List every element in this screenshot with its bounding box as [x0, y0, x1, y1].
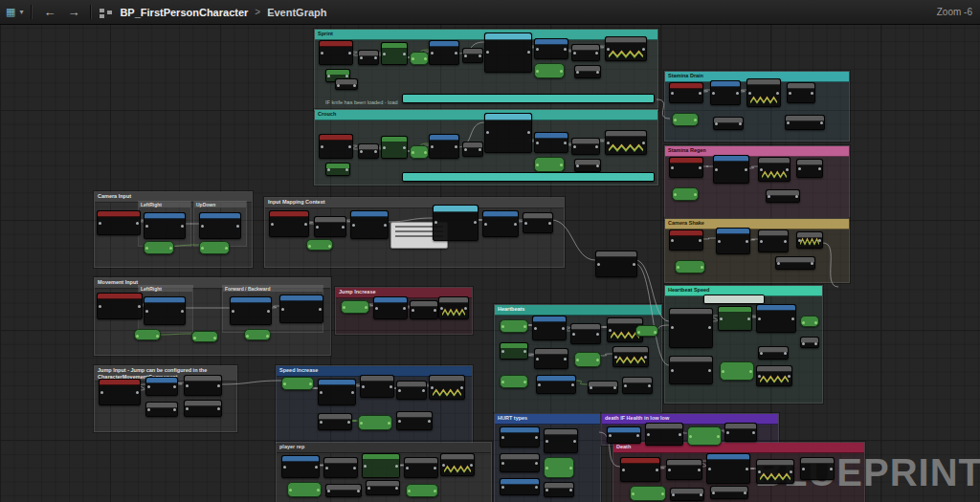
- graph-node-evt[interactable]: [620, 457, 660, 482]
- graph-node-setv[interactable]: [404, 457, 438, 478]
- graph-node-fnb[interactable]: [373, 296, 408, 319]
- graph-node-getv[interactable]: [800, 316, 819, 327]
- graph-node-setv[interactable]: [571, 44, 600, 61]
- graph-node-setv[interactable]: [800, 337, 819, 348]
- graph-node-setv[interactable]: [785, 115, 825, 130]
- graph-node-setv[interactable]: [595, 251, 637, 277]
- graph-node-setv[interactable]: [360, 375, 394, 398]
- graph-node-setv[interactable]: [666, 459, 702, 480]
- graph-node-setv[interactable]: [571, 138, 600, 155]
- graph-node-getv[interactable]: [410, 145, 429, 159]
- forward-button[interactable]: →: [62, 6, 84, 18]
- graph-node-fnb[interactable]: [607, 426, 641, 444]
- graph-node-getv[interactable]: [306, 239, 333, 251]
- graph-node-strip[interactable]: [402, 94, 655, 103]
- graph-node-setv[interactable]: [669, 356, 713, 384]
- graph-node-fnb[interactable]: [710, 80, 741, 105]
- graph-node-setv[interactable]: [184, 400, 222, 417]
- graph-node-fnb[interactable]: [534, 38, 568, 59]
- graph-node-setv[interactable]: [184, 375, 222, 396]
- graph-node-time[interactable]: [484, 33, 532, 73]
- graph-node-getv[interactable]: [287, 482, 322, 497]
- graph-node-getv[interactable]: [534, 157, 565, 172]
- graph-node-getv[interactable]: [191, 331, 218, 342]
- graph-node-getv[interactable]: [544, 457, 574, 478]
- graph-node-pure[interactable]: [500, 342, 528, 360]
- graph-node-getv[interactable]: [406, 484, 438, 497]
- graph-node-setv[interactable]: [758, 346, 789, 360]
- graph-node-setv[interactable]: [622, 377, 653, 394]
- graph-node-setv[interactable]: [713, 117, 744, 130]
- graph-node-time[interactable]: [433, 205, 479, 241]
- graph-node-evt[interactable]: [97, 293, 143, 319]
- graph-node-time[interactable]: [484, 113, 532, 153]
- breadcrumb-parent[interactable]: BP_FirstPersonCharacter: [120, 7, 248, 18]
- graph-node-fnb[interactable]: [429, 40, 459, 65]
- graph-node-fnb[interactable]: [318, 379, 356, 405]
- graph-node-setv[interactable]: [335, 78, 358, 90]
- graph-node-getv[interactable]: [635, 325, 658, 337]
- graph-node-evt[interactable]: [99, 379, 141, 405]
- graph-node-getv[interactable]: [574, 352, 601, 367]
- graph-node-setv[interactable]: [358, 50, 379, 65]
- graph-node-setv[interactable]: [710, 486, 748, 499]
- graph-node-setv[interactable]: [612, 346, 649, 367]
- graph-node-setv[interactable]: [605, 36, 647, 61]
- graph-node-setv[interactable]: [318, 413, 352, 430]
- graph-node-getv[interactable]: [281, 377, 314, 390]
- graph-node-setv[interactable]: [758, 157, 791, 182]
- graph-node-fnb[interactable]: [482, 210, 519, 237]
- graph-node-getv[interactable]: [672, 187, 699, 201]
- graph-node-getv[interactable]: [134, 329, 161, 340]
- graph-node-fnb[interactable]: [350, 210, 389, 239]
- graph-node-setv[interactable]: [396, 381, 427, 400]
- graph-node-setv[interactable]: [758, 229, 789, 252]
- graph-node-getv[interactable]: [358, 415, 392, 430]
- graph-node-fnb[interactable]: [500, 478, 540, 495]
- graph-node-setv[interactable]: [588, 381, 618, 394]
- graph-node-evt[interactable]: [669, 82, 703, 103]
- graph-node-setv[interactable]: [325, 484, 362, 497]
- graph-node-pure[interactable]: [381, 42, 408, 65]
- graph-node-setv[interactable]: [410, 300, 438, 319]
- breadcrumb-current[interactable]: EventGraph: [267, 7, 326, 18]
- graph-node-setv[interactable]: [544, 482, 574, 497]
- graph-node-getv[interactable]: [630, 486, 666, 501]
- graph-node-setv[interactable]: [462, 142, 483, 157]
- graph-node-setv[interactable]: [145, 402, 178, 417]
- graph-node-setv[interactable]: [796, 159, 823, 178]
- graph-node-fnb[interactable]: [281, 455, 320, 478]
- graph-node-getv[interactable]: [244, 329, 271, 340]
- graph-node-setv[interactable]: [645, 423, 683, 446]
- graph-node-setv[interactable]: [523, 212, 553, 233]
- graph-node-fnb[interactable]: [500, 426, 540, 447]
- graph-node-setv[interactable]: [574, 65, 601, 78]
- graph-node-getv[interactable]: [675, 260, 705, 273]
- graph-node-fnb[interactable]: [536, 375, 576, 394]
- graph-node-evt[interactable]: [319, 134, 353, 159]
- graph-node-setv[interactable]: [766, 189, 800, 203]
- graph-node-setv[interactable]: [756, 365, 792, 386]
- graph-node-setv[interactable]: [440, 453, 475, 476]
- graph-node-setv[interactable]: [500, 453, 540, 472]
- graph-node-setv[interactable]: [314, 216, 346, 237]
- graph-node-evt[interactable]: [319, 40, 353, 65]
- graph-node-setv[interactable]: [429, 375, 465, 400]
- graph-node-setv[interactable]: [323, 457, 358, 478]
- graph-node-fnb[interactable]: [145, 377, 178, 396]
- graph-node-setv[interactable]: [462, 48, 483, 63]
- graph-node-fnb[interactable]: [144, 212, 186, 239]
- graph-node-fnb[interactable]: [716, 228, 750, 254]
- graph-canvas[interactable]: BLUEPRINT SprintCrouchStamina DrainStami…: [0, 0, 980, 502]
- graph-node-setv[interactable]: [669, 308, 713, 348]
- graph-node-pure[interactable]: [325, 163, 350, 176]
- graph-node-strip[interactable]: [402, 172, 655, 182]
- graph-node-setv[interactable]: [358, 143, 379, 159]
- blueprint-icon[interactable]: ▦: [6, 7, 15, 17]
- graph-node-fnb[interactable]: [144, 296, 186, 325]
- graph-node-getv[interactable]: [534, 63, 565, 78]
- graph-node-setv[interactable]: [605, 130, 647, 155]
- back-button[interactable]: ←: [38, 6, 60, 18]
- graph-node-getv[interactable]: [410, 52, 429, 65]
- graph-node-fnb[interactable]: [279, 295, 323, 323]
